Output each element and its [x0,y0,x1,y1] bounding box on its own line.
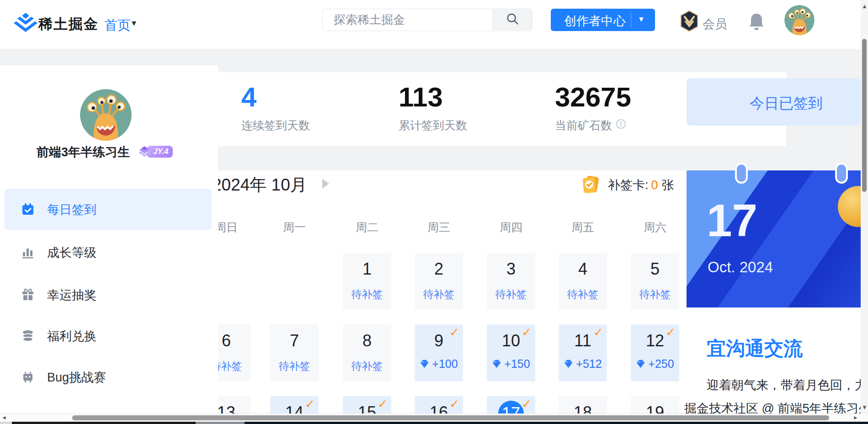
makeup-card-icon [580,175,602,196]
quote-card-monthyear: Oct. 2024 [708,259,773,276]
makeup-pending-label: 待补签 [270,359,319,373]
stat-label: 连续签到天数 [241,118,310,133]
calendar-day-cell[interactable]: 11✓+512 [559,324,607,382]
horizontal-scrollbar[interactable]: ◄ ► [0,413,861,422]
day-number: 5 [631,260,679,278]
stat-item: 4连续签到天数 [241,82,310,133]
robot-icon [21,371,34,383]
sidebar-item-lottery[interactable]: 幸运抽奖 [5,274,212,315]
creator-center-button[interactable]: 创作者中心 ▾ [551,9,655,31]
calendar-day-cell[interactable]: 3待补签 [487,253,535,310]
card-pin-decoration [735,163,748,184]
day-number: 2 [415,260,463,278]
sidebar-item-redeem[interactable]: 福利兑换 [5,315,212,356]
calendar-day-cell[interactable]: 5待补签 [631,253,679,310]
calendar-day-cell[interactable]: 10✓+150 [487,324,535,382]
check-icon: ✓ [522,397,532,411]
scroll-left-arrow-icon[interactable]: ◄ [1,414,7,421]
ore-reward-value: +512 [576,357,602,371]
calendar-day-cell[interactable]: 7待补签 [270,324,319,382]
makeup-pending-label: 待补签 [631,287,679,302]
day-number: 1 [343,260,391,278]
ore-gem-icon [564,359,573,369]
weekday-label: 周四 [500,220,522,235]
scroll-down-arrow-icon[interactable]: ▼ [862,404,868,411]
coins-icon [21,329,34,342]
scrollbar-corner [861,413,868,422]
quote-card-text: 迎着朝气来，带着月色回，力 [707,377,861,393]
brand-title[interactable]: 稀土掘金 [38,15,99,34]
calendar-month-title: 2024年 10月 [212,174,307,196]
makeup-card-label: 补签卡: [608,177,649,193]
makeup-pending-label: 待补签 [487,287,535,302]
member-entry[interactable]: 会员 [680,11,730,32]
sidebar-item-level[interactable]: 成长等级 [5,232,212,273]
calendar-day-cell[interactable]: 8待补签 [343,324,391,382]
taskbar-segment [245,422,868,424]
quote-card-day: 17 [707,194,757,247]
nav-home-link[interactable]: 首页 [104,16,131,35]
notification-bell-icon[interactable] [748,12,765,32]
check-icon: ✓ [378,397,388,411]
quote-card-cover: 17 Oct. 2024 [687,170,861,307]
today-signed-label: 今日已签到 [750,94,823,114]
check-icon: ✓ [666,325,676,339]
horizontal-scrollbar-thumb[interactable] [72,415,829,420]
navbar: 稀土掘金 首页 ▾ 创作者中心 ▾ 会员 [0,0,868,49]
day-number: 7 [270,332,319,350]
search-input[interactable] [323,9,509,30]
stat-value: 4 [241,82,310,112]
weekday-label: 周五 [571,220,594,235]
daily-quote-card[interactable]: 17 Oct. 2024 宜沟通交流 迎着朝气来，带着月色回，力 [687,170,861,416]
day-number: 3 [487,260,535,278]
sidebar-item-label: 成长等级 [47,244,96,261]
stat-label: 累计签到天数 [399,118,467,133]
taskbar-segment [12,422,196,424]
juejin-signin-page: 稀土掘金 首页 ▾ 创作者中心 ▾ 会员 [0,0,868,424]
stat-value: 32675 [555,82,631,112]
today-signed-button[interactable]: 今日已签到 [687,78,861,126]
makeup-pending-label: 待补签 [343,287,391,302]
scroll-up-arrow-icon[interactable]: ▲ [862,3,868,10]
vertical-scrollbar-thumb[interactable] [862,39,867,192]
weekday-label: 周六 [644,220,666,235]
taskbar-segment [0,422,12,424]
calendar-day-cell[interactable]: 9✓+100 [415,324,463,382]
next-month-arrow-icon[interactable] [322,179,329,189]
ore-reward: +150 [487,357,535,371]
sidebar-username[interactable]: 前端3年半练习生 [37,144,130,160]
user-avatar[interactable] [784,5,815,35]
weekday-label: 周二 [356,220,378,235]
check-icon: ✓ [449,397,459,411]
sidebar-item-signin[interactable]: 每日签到 [5,189,212,230]
makeup-card-count: 0 [651,178,658,192]
juejin-logo-icon[interactable] [14,12,37,37]
button-divider [631,12,631,27]
scroll-right-arrow-icon[interactable]: ► [853,414,858,421]
member-label: 会员 [703,16,727,32]
ore-gem-icon [492,359,501,369]
info-circle-icon[interactable] [616,119,626,132]
check-icon: ✓ [449,325,459,339]
sidebar-item-bug[interactable]: Bug挑战赛 [5,356,212,398]
stat-item: 113累计签到天数 [399,82,467,133]
search-button[interactable] [492,9,532,30]
ore-reward-value: +250 [648,357,674,371]
makeup-card-info: 补签卡: 0 张 [580,175,674,196]
ore-gem-icon [636,359,645,369]
sidebar-item-label: 福利兑换 [47,328,96,344]
vertical-scrollbar[interactable]: ▲ ▼ [861,0,868,413]
calendar-day-cell[interactable]: 1待补签 [343,253,391,310]
sidebar-user-avatar[interactable] [80,89,132,141]
makeup-pending-label: 待补签 [559,287,607,302]
level-badge-label: JY.4 [147,146,173,158]
weekday-label: 周日 [215,220,238,235]
chevron-down-icon[interactable]: ▾ [639,14,644,24]
sidebar-item-label: 每日签到 [47,201,96,218]
day-number: 8 [343,332,391,350]
check-icon: ✓ [593,325,603,339]
stat-value: 113 [399,82,467,112]
calendar-day-cell[interactable]: 12✓+250 [631,324,679,382]
calendar-day-cell[interactable]: 4待补签 [559,253,607,310]
calendar-day-cell[interactable]: 2待补签 [415,253,463,310]
